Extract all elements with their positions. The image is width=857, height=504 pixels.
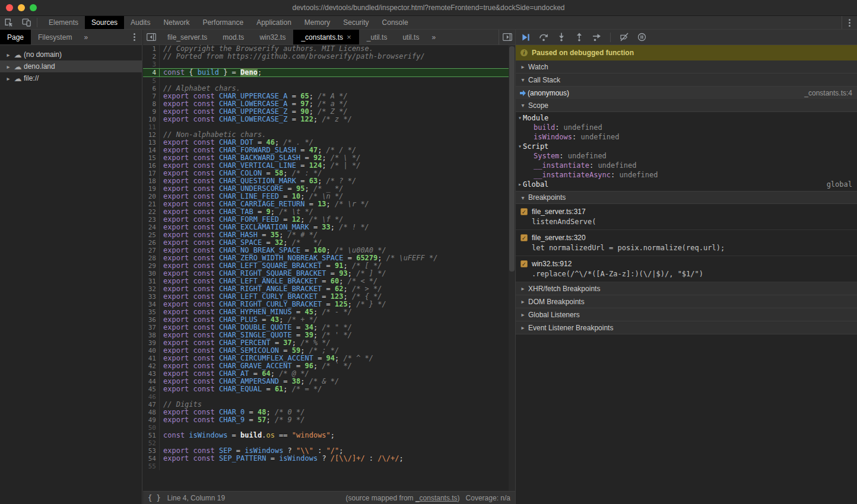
tab-elements[interactable]: Elements xyxy=(42,16,85,29)
close-icon[interactable]: × xyxy=(347,33,351,42)
line-number[interactable]: 44 xyxy=(143,378,160,385)
code-text[interactable]: // Ported from https://github.com/browse… xyxy=(160,53,425,60)
section-breakpoints[interactable]: ▾ Breakpoints xyxy=(516,191,857,204)
pretty-print-button[interactable]: { } xyxy=(143,494,166,502)
deactivate-breakpoints-icon[interactable] xyxy=(619,32,629,42)
tree-item[interactable]: ▸☁file:// xyxy=(0,72,142,84)
line-number[interactable]: 41 xyxy=(143,355,160,362)
breakpoint-header[interactable]: ✓file_server.ts:320 xyxy=(516,232,857,243)
line-number[interactable]: 4 xyxy=(143,69,160,76)
tab-security[interactable]: Security xyxy=(337,16,375,29)
line-number[interactable]: 31 xyxy=(143,277,160,285)
code-text[interactable]: export const CHAR_9 = 57; /* 9 */ xyxy=(160,416,304,424)
tab-application[interactable]: Application xyxy=(250,16,298,29)
section-scope[interactable]: ▾ Scope xyxy=(516,99,857,112)
line-number[interactable]: 50 xyxy=(143,424,160,432)
line-number[interactable]: 38 xyxy=(143,331,160,339)
code-text[interactable] xyxy=(160,60,163,68)
line-number[interactable]: 36 xyxy=(143,316,160,324)
scope-property[interactable]: build: undefined xyxy=(516,123,857,132)
source-map-link[interactable]: _constants.ts xyxy=(415,494,458,502)
line-number[interactable]: 52 xyxy=(143,439,160,447)
section-watch[interactable]: ▸ Watch xyxy=(516,60,857,74)
editor-scrollbar-thumb[interactable] xyxy=(509,46,515,272)
scope-property[interactable]: System: undefined xyxy=(516,151,857,161)
line-number[interactable]: 49 xyxy=(143,416,160,424)
step-out-icon[interactable] xyxy=(574,32,584,42)
line-number[interactable]: 1 xyxy=(143,45,160,53)
line-number[interactable]: 53 xyxy=(143,447,160,455)
line-number[interactable]: 45 xyxy=(143,385,160,393)
line-number[interactable]: 34 xyxy=(143,301,160,308)
file-tab-_constants.ts[interactable]: _constants.ts× xyxy=(293,30,358,44)
step-into-icon[interactable] xyxy=(556,32,566,42)
line-number[interactable]: 6 xyxy=(143,85,160,92)
tab-console[interactable]: Console xyxy=(376,16,415,29)
code-text[interactable]: export const CHAR_LOWERCASE_Z = 122; /* … xyxy=(160,116,352,123)
line-number[interactable]: 27 xyxy=(143,247,160,254)
navigator-kebab-menu-icon[interactable] xyxy=(126,30,142,44)
tab-memory[interactable]: Memory xyxy=(298,16,337,29)
hide-debugger-icon[interactable] xyxy=(499,30,515,44)
line-number[interactable]: 42 xyxy=(143,362,160,370)
file-tab-util.ts[interactable]: util.ts xyxy=(395,30,427,44)
breakpoint-checkbox[interactable]: ✓ xyxy=(520,208,528,215)
line-number[interactable]: 22 xyxy=(143,208,160,216)
scope-property[interactable]: isWindows: undefined xyxy=(516,132,857,142)
line-number[interactable]: 12 xyxy=(143,131,160,139)
breakpoint-header[interactable]: ✓win32.ts:912 xyxy=(516,258,857,269)
line-number[interactable]: 29 xyxy=(143,262,160,270)
tree-item[interactable]: ▸☁(no domain) xyxy=(0,49,142,60)
tab-performance[interactable]: Performance xyxy=(196,16,250,29)
editor-scrollbar[interactable] xyxy=(509,45,515,491)
step-over-icon[interactable] xyxy=(538,32,548,42)
line-number[interactable]: 7 xyxy=(143,92,160,100)
tree-item[interactable]: ▸☁deno.land xyxy=(0,60,142,72)
code-text[interactable]: const { build } = Deno; xyxy=(160,69,262,76)
line-number[interactable]: 47 xyxy=(143,401,160,409)
section-global-listeners[interactable]: ▸Global Listeners xyxy=(516,308,857,321)
call-stack-frame[interactable]: (anonymous)_constants.ts:4 xyxy=(516,87,857,99)
section-event-listener-breakpoints[interactable]: ▸Event Listener Breakpoints xyxy=(516,321,857,334)
line-number[interactable]: 26 xyxy=(143,239,160,247)
line-number[interactable]: 19 xyxy=(143,185,160,193)
section-call-stack[interactable]: ▾ Call Stack xyxy=(516,74,857,87)
scope-group-global[interactable]: ▸Globalglobal xyxy=(516,180,857,189)
file-tabs-overflow-chevron[interactable]: » xyxy=(427,30,440,44)
inspect-icon[interactable] xyxy=(0,16,18,29)
line-number[interactable]: 30 xyxy=(143,270,160,277)
scope-group-module[interactable]: ▾Module xyxy=(516,113,857,123)
code-text[interactable]: const isWindows = build.os == "windows"; xyxy=(160,432,335,439)
tab-sources[interactable]: Sources xyxy=(85,16,124,29)
line-number[interactable]: 21 xyxy=(143,200,160,208)
breakpoint-header[interactable]: ✓file_server.ts:317 xyxy=(516,206,857,217)
pause-on-exceptions-icon[interactable] xyxy=(637,32,647,42)
section-xhr-fetch-breakpoints[interactable]: ▸XHR/fetch Breakpoints xyxy=(516,282,857,295)
resume-icon[interactable] xyxy=(520,32,531,42)
line-number[interactable]: 14 xyxy=(143,146,160,154)
line-number[interactable]: 8 xyxy=(143,100,160,108)
line-number[interactable]: 24 xyxy=(143,224,160,231)
step-icon[interactable] xyxy=(592,32,602,42)
file-tab-file_server.ts[interactable]: file_server.ts xyxy=(160,30,215,44)
scope-property[interactable]: __instantiate: undefined xyxy=(516,161,857,170)
code-text[interactable]: export const CHAR_EQUAL = 61; /* = */ xyxy=(160,385,322,393)
line-number[interactable]: 16 xyxy=(143,162,160,170)
line-number[interactable]: 3 xyxy=(143,60,160,68)
line-number[interactable]: 11 xyxy=(143,123,160,131)
file-tab-win32.ts[interactable]: win32.ts xyxy=(252,30,293,44)
line-number[interactable]: 32 xyxy=(143,285,160,293)
tab-audits[interactable]: Audits xyxy=(124,16,157,29)
line-number[interactable]: 33 xyxy=(143,293,160,301)
line-number[interactable]: 46 xyxy=(143,393,160,401)
file-tab-mod.ts[interactable]: mod.ts xyxy=(215,30,252,44)
line-number[interactable]: 35 xyxy=(143,308,160,316)
line-number[interactable]: 25 xyxy=(143,231,160,239)
line-number[interactable]: 48 xyxy=(143,409,160,416)
line-number[interactable]: 13 xyxy=(143,139,160,146)
line-number[interactable]: 5 xyxy=(143,77,160,85)
breakpoint-checkbox[interactable]: ✓ xyxy=(520,234,528,241)
line-number[interactable]: 28 xyxy=(143,254,160,262)
line-number[interactable]: 20 xyxy=(143,193,160,200)
line-number[interactable]: 9 xyxy=(143,108,160,116)
